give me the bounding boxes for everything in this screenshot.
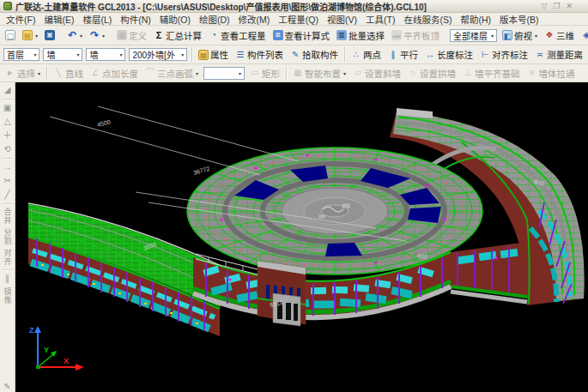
separator <box>344 47 345 62</box>
define-icon: ▦ <box>117 30 127 40</box>
menu-quantity[interactable]: 工程量(Q) <box>274 13 323 26</box>
trim-tool-icon[interactable]: ✂ <box>2 176 14 186</box>
arch-wall-label: 设置拱墙 <box>420 67 456 80</box>
menu-edit[interactable]: 编辑(E) <box>39 13 78 26</box>
wall-pull-through-button: ≡墙体拉通 <box>524 65 579 81</box>
parallel-label: 平行 <box>400 48 418 61</box>
component-list-icon: ☰ <box>235 50 246 60</box>
wall-flush-foundation-button: ⊥墙平齐基础 <box>459 65 524 81</box>
copy-tool-icon[interactable]: ▣ <box>2 103 14 113</box>
chevron-down-icon: ▾ <box>80 33 82 39</box>
window-title: 广联达-土建算量软件 GCL2013 - [C:\Users\ASUS\Desk… <box>15 0 537 13</box>
axis-x-label: X <box>64 357 69 365</box>
titlebar: 广联达-土建算量软件 GCL2013 - [C:\Users\ASUS\Desk… <box>0 0 588 13</box>
move-tool-icon[interactable]: ＋ <box>2 130 14 141</box>
arch-wall-icon: ∩ <box>408 68 418 78</box>
model-viewport[interactable]: 3550 36772 6019 400 4500 600 Z X <box>15 82 587 392</box>
component-type-combo[interactable]: 墙▾ <box>86 48 125 61</box>
restore-button[interactable]: ❐ <box>553 2 560 10</box>
top-view-label: 俯视 <box>514 29 532 42</box>
toolbar-context: 首层▾ 墙▾ 墙▾ 200外墙[外▾ ▤属性 ☰构件列表 ✎拾取构件 ∴两点 ∥… <box>0 45 588 64</box>
category-combo[interactable]: 墙▾ <box>43 48 82 61</box>
batch-select-button[interactable]: ▥批量选择 <box>333 27 388 44</box>
view-3d-button[interactable]: ❖三维 <box>541 27 578 44</box>
menu-tools[interactable]: 工具(T) <box>361 13 399 26</box>
align-dimension-button[interactable]: ⊢对齐标注 <box>476 46 531 63</box>
line-tool-button: ╲直线 <box>50 65 87 81</box>
minimize-button[interactable]: ▽ <box>541 2 547 10</box>
break-tool-icon[interactable]: ╱ <box>2 190 14 200</box>
smart-layout-label: 智能布置 <box>305 67 341 80</box>
point-length-icon: ∠ <box>90 68 100 78</box>
rotate-tool-icon[interactable]: ⟲ <box>2 144 14 154</box>
new-file-button[interactable]: ▢ <box>2 28 19 42</box>
component-list-label: 构件列表 <box>247 48 283 61</box>
toolbar-draw: ►选择▾ ╲直线 ∠点加长度 ⌒三点画弧▾ ▾ ▭矩形 ▦智能布置▾ ▱设置斜墙… <box>0 64 588 82</box>
menu-assist[interactable]: 辅助(O) <box>155 13 195 26</box>
view-expression-button[interactable]: ≣查看计算式 <box>270 27 334 44</box>
category-value: 墙 <box>46 48 55 61</box>
menu-help[interactable]: 帮助(H) <box>456 13 495 26</box>
menu-floor[interactable]: 楼层(L) <box>78 13 116 26</box>
summary-calc-label: 汇总计算 <box>166 29 202 42</box>
open-file-button[interactable]: ▤▾ <box>19 28 41 42</box>
three-point-arc-button: ⌒三点画弧▾ <box>142 65 202 81</box>
chevron-down-icon: ▾ <box>35 33 38 39</box>
three-point-arc-label: 三点画弧 <box>157 67 193 80</box>
extend-tool-icon[interactable]: → <box>2 162 14 172</box>
select-tool-button: ►选择▾ <box>2 65 44 81</box>
component-name-combo[interactable]: 200外墙[外▾ <box>129 48 187 61</box>
floor-filter-combo[interactable]: 全部楼层▾ <box>450 29 497 42</box>
top-view-icon: ◧ <box>502 30 512 40</box>
menu-view[interactable]: 视图(V) <box>323 13 361 26</box>
component-list-button[interactable]: ☰构件列表 <box>232 46 287 63</box>
save-button[interactable]: ▣ <box>41 28 58 42</box>
pen-tool-icon[interactable]: ✎ <box>2 382 14 392</box>
axis-gizmo: Z X Y <box>29 326 84 371</box>
align-tool-button[interactable]: 对齐 <box>2 249 14 266</box>
menu-file[interactable]: 文件(F) <box>2 13 39 26</box>
menu-draw[interactable]: 绘图(D) <box>195 13 234 26</box>
top-view-button[interactable]: ◧俯视▾ <box>499 27 541 44</box>
arch-wall-button: ∩设置拱墙 <box>404 65 459 81</box>
measure-distance-button[interactable]: ≍测量距离 <box>531 46 586 63</box>
brush-tool-icon[interactable]: ◢ <box>2 85 14 95</box>
chevron-down-icon: ▾ <box>181 51 184 57</box>
properties-button[interactable]: ▤属性 <box>195 46 232 63</box>
parallel-button[interactable]: ∥平行 <box>385 46 421 63</box>
menu-component[interactable]: 构件(N) <box>116 13 155 26</box>
close-button[interactable]: ✕ <box>566 2 573 10</box>
partial-3d-icon: ◈ <box>581 30 588 40</box>
separator <box>3 99 13 100</box>
axis-z-label: Z <box>29 326 34 335</box>
split-tool-button[interactable]: 分割 <box>2 228 14 245</box>
wall-flush-foundation-label: 墙平齐基础 <box>475 67 520 80</box>
two-point-button[interactable]: ∴两点 <box>348 46 385 63</box>
menu-modify[interactable]: 修改(M) <box>234 13 275 26</box>
menu-online-service[interactable]: 在线服务(S) <box>399 13 456 26</box>
summary-calc-button[interactable]: Σ汇总计算 <box>150 27 205 44</box>
length-dimension-button[interactable]: ↔长度标注 <box>421 46 476 63</box>
chevron-down-icon: ▾ <box>76 51 79 57</box>
mirror-tool-button[interactable]: 镜像 <box>2 287 14 305</box>
new-file-icon: ▢ <box>5 30 15 40</box>
chevron-down-icon: ▾ <box>33 51 36 57</box>
partial-3d-button[interactable]: ◈局部三维 <box>578 27 588 44</box>
undo-button[interactable]: ↶▾ <box>64 28 86 42</box>
define-label: 定义 <box>129 29 147 42</box>
view-quantity-button[interactable]: ◔查看工程量 <box>205 27 270 44</box>
model-canvas[interactable]: 3550 36772 6019 400 4500 600 Z X <box>15 82 588 392</box>
line-tool-label: 直线 <box>65 67 83 80</box>
length-dimension-icon: ↔ <box>425 50 435 60</box>
redo-button[interactable]: ↷▾ <box>86 28 108 42</box>
menu-version[interactable]: 版本号(B) <box>495 13 543 26</box>
mirror-tool-icon[interactable]: △ <box>2 117 14 127</box>
parallel-icon: ∥ <box>388 50 398 60</box>
current-floor-combo[interactable]: 首层▾ <box>3 48 39 61</box>
offset-tool-icon[interactable]: ∥ <box>2 274 14 284</box>
pick-component-button[interactable]: ✎拾取构件 <box>287 46 342 63</box>
menubar: 文件(F) 编辑(E) 楼层(L) 构件(N) 辅助(O) 绘图(D) 修改(M… <box>0 13 588 26</box>
merge-tool-button[interactable]: 合并 <box>2 208 14 225</box>
two-point-label: 两点 <box>363 48 381 61</box>
right-facade <box>451 242 527 302</box>
